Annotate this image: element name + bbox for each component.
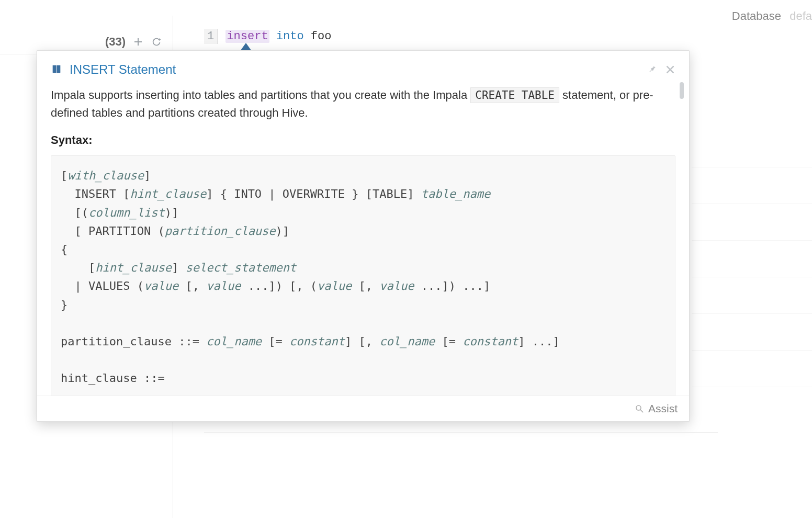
sql-editor[interactable]: 1 insert into foo (204, 29, 331, 44)
tooltip-title[interactable]: INSERT Statement (70, 62, 176, 77)
close-icon[interactable] (665, 64, 675, 75)
token-insert: insert (225, 30, 269, 43)
doc-tooltip: INSERT Statement Impala supports inserti… (37, 50, 690, 422)
pin-icon[interactable] (647, 64, 658, 75)
inline-code: CREATE TABLE (470, 87, 559, 103)
add-icon[interactable] (133, 37, 143, 47)
database-value: defa (790, 9, 812, 22)
tooltip-pointer (241, 43, 251, 50)
refresh-icon[interactable] (151, 36, 162, 48)
syntax-label: Syntax: (51, 133, 675, 147)
syntax-box: [with_clause] INSERT [hint_clause] { INT… (51, 155, 675, 396)
scrollbar-thumb[interactable] (680, 82, 684, 99)
divider (204, 432, 718, 433)
table-count: (33) (105, 35, 126, 49)
desc-pre: Impala supports inserting into tables an… (51, 88, 470, 102)
token-into: into (276, 30, 304, 43)
background-rows (692, 131, 812, 387)
search-icon[interactable] (635, 404, 644, 413)
book-icon (51, 64, 62, 75)
token-table: foo (311, 30, 332, 43)
divider (0, 54, 37, 54)
svg-point-0 (636, 406, 641, 410)
database-label: Database (732, 9, 781, 22)
tooltip-footer: Assist (37, 396, 689, 421)
database-selector[interactable]: Database defa (732, 0, 812, 23)
line-number: 1 (204, 29, 218, 44)
assist-link[interactable]: Assist (648, 402, 678, 415)
svg-line-1 (640, 410, 643, 412)
tooltip-description: Impala supports inserting into tables an… (51, 86, 675, 122)
